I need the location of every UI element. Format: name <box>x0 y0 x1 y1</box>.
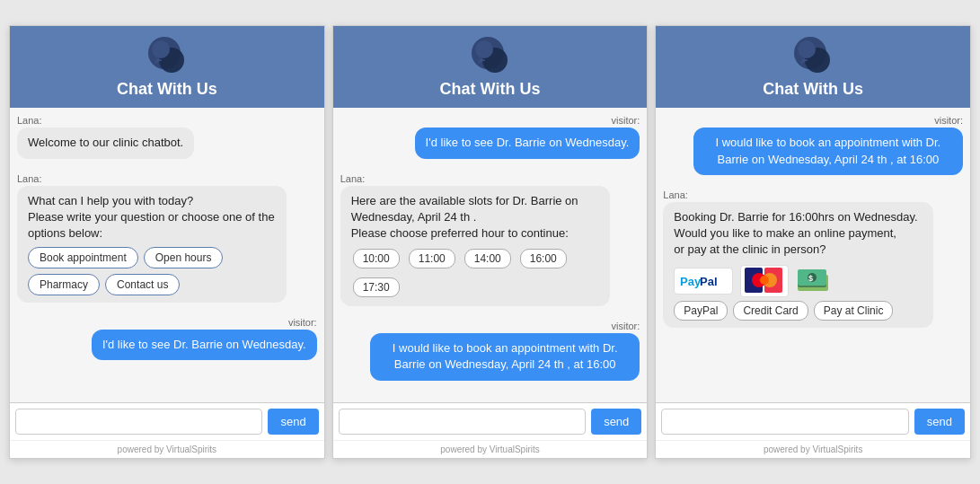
msg-lana-slots: Lana: Here are the available slots for D… <box>340 173 640 314</box>
msg-lana-payment: Lana: Booking Dr. Barrie for 16:00hrs on… <box>663 189 963 336</box>
msg-bubble-visitor-1: I'd like to see Dr. Barrie on Wednesday. <box>92 330 317 360</box>
time-buttons-row1: 10:00 11:00 14:00 16:00 <box>351 247 599 270</box>
msg-label-visitor-2a: visitor: <box>340 115 640 126</box>
chat-body-1[interactable]: Lana: Welcome to our clinic chatbot. Lan… <box>10 108 324 401</box>
btn-pharmacy[interactable]: Pharmacy <box>28 274 100 295</box>
time-btn-14[interactable]: 14:00 <box>464 249 511 268</box>
time-btn-16[interactable]: 16:00 <box>520 249 567 268</box>
option-buttons-row1: Book appointment Open hours <box>28 247 276 268</box>
chat-body-2[interactable]: visitor: I'd like to see Dr. Barrie on W… <box>333 108 648 401</box>
chat-header-3: Chat With Us <box>656 26 970 108</box>
msg-bubble-welcome: Welcome to our clinic chatbot. <box>17 128 194 158</box>
chat-input-area-1: send <box>10 402 324 440</box>
msg-visitor-3a: visitor: I would like to book an appoint… <box>663 115 963 181</box>
msg-visitor-2b: visitor: I would like to book an appoint… <box>340 321 640 387</box>
cash-icon: $ <box>796 268 830 295</box>
chat-title-3: Chat With Us <box>656 80 970 99</box>
chat-body-3[interactable]: visitor: I would like to book an appoint… <box>656 108 970 401</box>
chat-icon-2 <box>470 35 511 76</box>
chat-panels-container: Chat With Us Lana: Welcome to our clinic… <box>9 25 971 458</box>
svg-point-18 <box>760 276 769 285</box>
option-buttons-row2: Pharmacy Contact us <box>28 274 276 295</box>
btn-credit-card[interactable]: Credit Card <box>733 301 808 321</box>
msg-bubble-visitor-2a: I'd like to see Dr. Barrie on Wednesday. <box>415 128 640 158</box>
msg-label-visitor-1: visitor: <box>17 317 317 328</box>
chat-input-area-3: send <box>656 402 970 440</box>
msg-lana-options: Lana: What can I help you with today?Ple… <box>17 173 317 311</box>
btn-open-hours[interactable]: Open hours <box>144 247 224 268</box>
chat-input-3[interactable] <box>661 409 908 435</box>
chat-footer-2: powered by VirtualSpirits <box>333 440 648 458</box>
btn-book-appointment[interactable]: Book appointment <box>28 247 138 268</box>
svg-point-2 <box>152 40 170 58</box>
chat-title-2: Chat With Us <box>333 80 648 99</box>
chat-icon-1 <box>146 35 188 76</box>
chat-header-2: Chat With Us <box>333 26 648 108</box>
payment-icons-row: Pay Pal <box>674 265 922 297</box>
btn-contact-us[interactable]: Contact us <box>105 274 180 295</box>
svg-text:$: $ <box>808 274 813 283</box>
chat-widget-3: Chat With Us visitor: I would like to bo… <box>655 25 971 458</box>
paypal-icon: Pay Pal <box>674 268 733 295</box>
chat-title-1: Chat With Us <box>10 80 324 99</box>
msg-label-visitor-3a: visitor: <box>663 115 963 126</box>
svg-text:Pay: Pay <box>680 275 702 288</box>
cc-svg <box>745 268 784 295</box>
chat-footer-1: powered by VirtualSpirits <box>10 440 324 458</box>
msg-label-lana-1: Lana: <box>17 115 317 126</box>
btn-paypal[interactable]: PayPal <box>674 301 728 321</box>
msg-lana-welcome: Lana: Welcome to our clinic chatbot. <box>17 115 317 165</box>
time-btn-1730[interactable]: 17:30 <box>353 277 400 297</box>
msg-bubble-visitor-3a: I would like to book an appointment with… <box>693 128 963 174</box>
time-btn-11[interactable]: 11:00 <box>409 249 455 268</box>
send-button-2[interactable]: send <box>591 409 641 435</box>
btn-pay-at-clinic[interactable]: Pay at Clinic <box>814 301 894 321</box>
chat-input-area-2: send <box>333 402 648 440</box>
send-button-1[interactable]: send <box>268 409 318 435</box>
svg-text:Pal: Pal <box>700 275 718 288</box>
chat-input-2[interactable] <box>339 409 586 435</box>
chat-widget-2: Chat With Us visitor: I'd like to see Dr… <box>332 25 649 458</box>
cash-svg: $ <box>796 268 830 295</box>
msg-label-lana-payment: Lana: <box>663 189 963 200</box>
payment-buttons: PayPal Credit Card Pay at Clinic <box>674 301 922 321</box>
send-button-3[interactable]: send <box>914 409 965 435</box>
paypal-svg: Pay Pal <box>680 272 727 290</box>
chat-footer-3: powered by VirtualSpirits <box>656 440 970 458</box>
credit-card-icon <box>740 265 789 297</box>
msg-label-visitor-2b: visitor: <box>340 321 640 331</box>
chat-icon-3 <box>792 35 834 76</box>
msg-bubble-slots: Here are the available slots for Dr. Bar… <box>340 186 610 307</box>
msg-label-lana-2: Lana: <box>17 173 317 184</box>
chat-widget-1: Chat With Us Lana: Welcome to our clinic… <box>9 25 325 458</box>
msg-visitor-2a: visitor: I'd like to see Dr. Barrie on W… <box>340 115 640 165</box>
chat-header-1: Chat With Us <box>10 26 324 108</box>
msg-label-lana-slots: Lana: <box>340 173 640 184</box>
chat-input-1[interactable] <box>15 409 262 435</box>
time-btn-10[interactable]: 10:00 <box>353 249 400 268</box>
svg-point-6 <box>475 40 493 58</box>
msg-bubble-options: What can I help you with today?Please wr… <box>17 186 287 304</box>
msg-bubble-payment: Booking Dr. Barrie for 16:00hrs on Wedne… <box>663 202 932 329</box>
time-buttons-row2: 17:30 <box>351 276 599 299</box>
svg-point-10 <box>798 40 816 58</box>
msg-bubble-visitor-2b: I would like to book an appointment with… <box>370 333 640 380</box>
msg-visitor-1: visitor: I'd like to see Dr. Barrie on W… <box>17 317 317 367</box>
